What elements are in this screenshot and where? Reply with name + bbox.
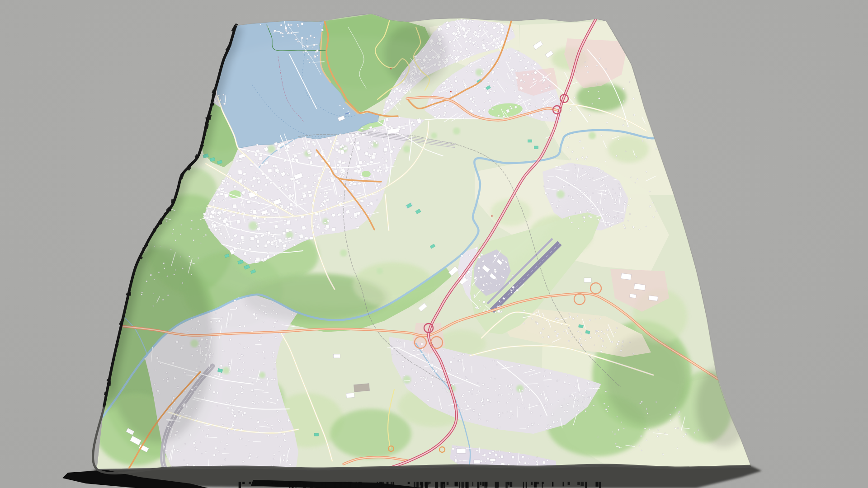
- map-3d-render: [0, 0, 868, 488]
- big-building-25: [490, 459, 495, 462]
- render-viewport[interactable]: [0, 0, 868, 488]
- big-building-16: [630, 294, 637, 298]
- big-building-27: [354, 384, 369, 392]
- big-building-24: [474, 460, 480, 464]
- big-building-17: [584, 278, 591, 282]
- big-building-22: [334, 354, 340, 358]
- big-building-23: [457, 449, 466, 454]
- big-building-26: [346, 393, 355, 398]
